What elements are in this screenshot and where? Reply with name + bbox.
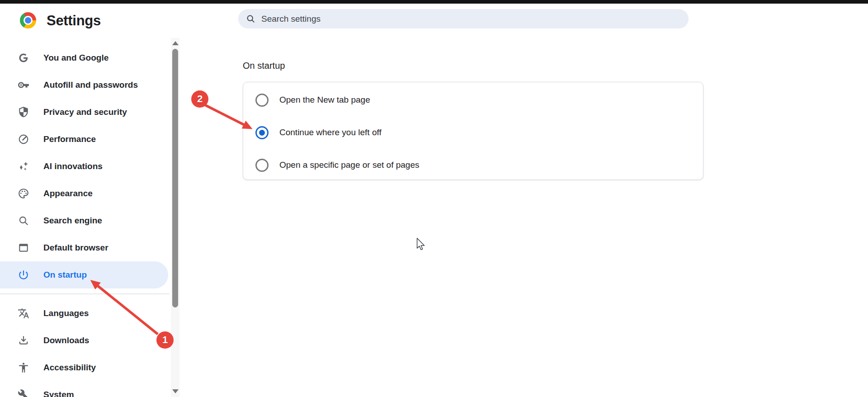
- sidebar-item-label: Downloads: [43, 336, 89, 345]
- sidebar-item-label: Search engine: [43, 216, 102, 226]
- scrollbar-down-icon[interactable]: [172, 389, 179, 393]
- sidebar-item-downloads[interactable]: Downloads: [0, 327, 168, 354]
- sidebar-item-default-browser[interactable]: Default browser: [0, 234, 168, 261]
- radio-button-selected-icon[interactable]: [255, 126, 269, 139]
- sparkle-icon: [18, 161, 29, 172]
- sidebar-item-label: Performance: [43, 134, 96, 144]
- sidebar-item-label: Autofill and passwords: [43, 80, 138, 90]
- magnifier-icon: [18, 215, 29, 227]
- sidebar-item-label: AI innovations: [43, 161, 103, 171]
- step-1-badge: 1: [156, 331, 174, 349]
- speedometer-icon: [18, 133, 29, 145]
- section-title: On startup: [243, 61, 285, 71]
- sidebar-item-you-and-google[interactable]: You and Google: [0, 44, 168, 71]
- sidebar-item-label: Privacy and security: [43, 107, 127, 117]
- chrome-logo-icon: [20, 12, 36, 28]
- radio-option-specific-pages[interactable]: Open a specific page or set of pages: [243, 149, 703, 181]
- sidebar-item-autofill[interactable]: Autofill and passwords: [0, 71, 168, 99]
- chrome-settings-window: Settings You and Google Autofill and pas…: [0, 0, 868, 397]
- download-icon: [18, 335, 29, 346]
- mouse-cursor-icon: [416, 237, 426, 252]
- sidebar-item-label: On startup: [43, 270, 87, 280]
- search-settings-field[interactable]: [238, 9, 689, 28]
- sidebar-item-label: Appearance: [43, 189, 93, 198]
- radio-option-label: Open the New tab page: [279, 95, 370, 105]
- radio-button-icon[interactable]: [255, 159, 269, 172]
- browser-window-icon: [18, 242, 29, 254]
- sidebar-item-performance[interactable]: Performance: [0, 126, 168, 153]
- sidebar-item-appearance[interactable]: Appearance: [0, 180, 168, 207]
- power-icon: [18, 269, 29, 281]
- key-icon: [18, 79, 29, 91]
- palette-icon: [18, 188, 29, 199]
- search-icon: [246, 14, 255, 24]
- sidebar-item-search-engine[interactable]: Search engine: [0, 207, 168, 234]
- sidebar-item-accessibility[interactable]: Accessibility: [0, 354, 168, 381]
- sidebar-item-label: Languages: [43, 308, 89, 318]
- window-top-edge: [0, 0, 868, 4]
- shield-icon: [18, 106, 29, 118]
- radio-button-icon[interactable]: [255, 94, 269, 107]
- step-2-badge: 2: [191, 90, 208, 108]
- accessibility-icon: [18, 362, 29, 373]
- google-icon: [18, 52, 29, 64]
- sidebar-item-label: Default browser: [43, 243, 108, 253]
- search-input[interactable]: [261, 14, 659, 24]
- on-startup-card: Open the New tab page Continue where you…: [243, 82, 703, 180]
- sidebar-item-label: You and Google: [43, 53, 108, 63]
- sidebar-divider: [0, 293, 170, 294]
- scrollbar-up-icon[interactable]: [172, 41, 179, 45]
- sidebar-item-ai-innovations[interactable]: AI innovations: [0, 153, 168, 180]
- sidebar-item-system[interactable]: System: [0, 381, 168, 397]
- sidebar-item-label: Accessibility: [43, 363, 96, 373]
- arrow-step2-icon: [205, 105, 244, 125]
- translate-icon: [18, 307, 29, 319]
- radio-option-new-tab-page[interactable]: Open the New tab page: [243, 84, 703, 116]
- sidebar-item-languages[interactable]: Languages: [0, 300, 168, 327]
- sidebar-scrollbar-thumb[interactable]: [172, 49, 178, 307]
- radio-option-continue-where-left-off[interactable]: Continue where you left off: [243, 116, 703, 149]
- sidebar-item-privacy[interactable]: Privacy and security: [0, 99, 168, 126]
- sidebar-item-on-startup[interactable]: On startup: [0, 261, 168, 288]
- radio-option-label: Open a specific page or set of pages: [279, 160, 419, 170]
- sidebar-item-label: System: [43, 390, 74, 397]
- radio-option-label: Continue where you left off: [279, 128, 382, 137]
- wrench-icon: [18, 389, 29, 397]
- page-title: Settings: [47, 12, 101, 29]
